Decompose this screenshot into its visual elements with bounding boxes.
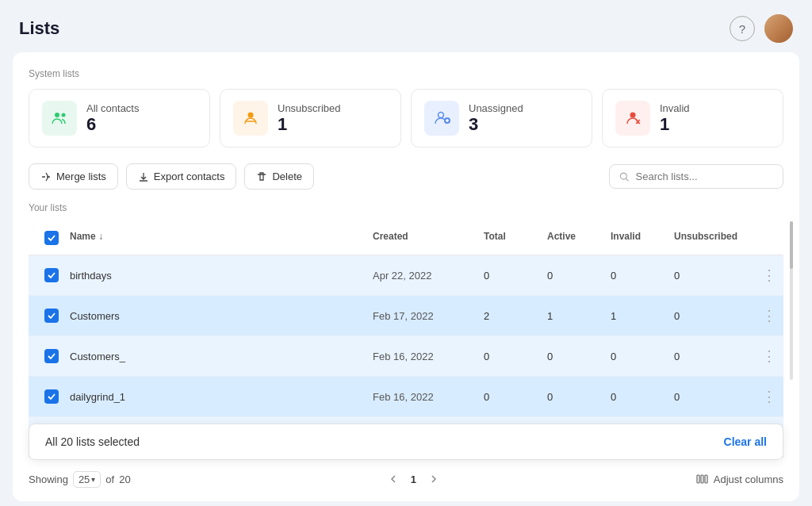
table-row: Customers_ Feb 16, 2022 0 0 0 0 ⋮: [29, 336, 783, 377]
search-container: [609, 164, 783, 189]
row-actions-button[interactable]: ⋮: [755, 299, 783, 332]
invalid-icon: [615, 101, 650, 136]
page-title: Lists: [19, 18, 59, 39]
per-page-select[interactable]: 25 ▾: [73, 471, 101, 488]
card-unassigned[interactable]: Unassigned 3: [411, 89, 592, 148]
row-created: Feb 16, 2022: [366, 383, 477, 411]
row-invalid: 1: [604, 302, 668, 330]
table-header: Name ↓ Created Total Active Invalid Unsu…: [29, 221, 783, 255]
unassigned-info: Unassigned 3: [469, 102, 523, 135]
prev-page-button[interactable]: [382, 468, 404, 490]
per-page-value: 25: [79, 473, 90, 485]
row-total: 0: [477, 262, 541, 289]
check-icon: [47, 392, 56, 401]
row-name: Customers_: [63, 343, 366, 370]
all-contacts-count: 6: [86, 114, 139, 135]
unsubscribed-icon: [233, 101, 268, 136]
check-icon: [47, 270, 56, 280]
svg-point-11: [620, 173, 626, 179]
system-lists-label: System lists: [29, 68, 783, 79]
table-footer: Showing 25 ▾ of 20 1: [29, 468, 783, 490]
search-icon: [619, 171, 630, 182]
current-page: 1: [411, 473, 416, 485]
svg-point-1: [62, 113, 66, 117]
selection-banner: All 20 lists selected Clear all: [29, 424, 783, 460]
delete-button[interactable]: Delete: [244, 163, 314, 190]
row-checkbox-cell[interactable]: [29, 260, 63, 290]
row-actions-button[interactable]: ⋮: [755, 339, 783, 373]
lists-table: Name ↓ Created Total Active Invalid Unsu…: [29, 221, 783, 458]
row-checkbox-cell[interactable]: [29, 381, 63, 412]
scrollbar-thumb[interactable]: [790, 221, 793, 269]
row-name: Customers: [63, 302, 366, 330]
row-name: dailygrind_1: [63, 383, 366, 411]
invalid-count: 1: [660, 114, 690, 135]
row-invalid: 0: [604, 343, 668, 370]
unsubscribed-label: Unsubscribed: [278, 102, 341, 114]
check-icon: [47, 351, 56, 361]
main-content: System lists All contacts 6: [13, 52, 799, 501]
chevron-down-icon: ▾: [91, 475, 95, 484]
check-icon: [47, 311, 56, 320]
all-contacts-icon: [42, 101, 77, 136]
row-checkbox-cell[interactable]: [29, 341, 63, 371]
row-actions-button[interactable]: ⋮: [755, 380, 783, 413]
select-all-header[interactable]: [29, 228, 63, 248]
clear-all-button[interactable]: Clear all: [724, 435, 767, 448]
row-checkbox-cell[interactable]: [29, 301, 63, 331]
svg-rect-14: [701, 475, 703, 483]
total-count: 20: [119, 473, 130, 485]
merge-icon: [40, 171, 52, 182]
row-active: 0: [541, 383, 604, 411]
search-input[interactable]: [636, 171, 773, 182]
row-checkbox[interactable]: [44, 309, 59, 323]
invalid-info: Invalid 1: [660, 102, 690, 135]
row-created: Apr 22, 2022: [366, 262, 477, 289]
row-unsubscribed: 0: [668, 302, 755, 330]
table-row: Customers Feb 17, 2022 2 1 1 0 ⋮: [29, 296, 783, 336]
row-active: 1: [541, 302, 604, 330]
your-lists-label: Your lists: [29, 202, 783, 213]
row-total: 2: [477, 302, 541, 330]
card-invalid[interactable]: Invalid 1: [602, 89, 783, 148]
delete-icon: [256, 171, 267, 182]
row-checkbox[interactable]: [44, 349, 59, 363]
adjust-columns-label: Adjust columns: [714, 473, 783, 485]
row-invalid: 0: [604, 383, 668, 411]
help-icon[interactable]: ?: [730, 16, 755, 41]
unassigned-icon: [424, 101, 459, 136]
card-all-contacts[interactable]: All contacts 6: [29, 89, 210, 148]
export-contacts-label: Export contacts: [154, 171, 225, 182]
svg-rect-13: [697, 475, 699, 483]
merge-lists-label: Merge lists: [56, 171, 106, 182]
row-checkbox[interactable]: [44, 268, 59, 282]
unsubscribed-info: Unsubscribed 1: [278, 102, 341, 135]
all-contacts-info: All contacts 6: [86, 102, 139, 135]
header-actions: ?: [730, 14, 793, 43]
row-unsubscribed: 0: [668, 383, 755, 411]
chevron-right-icon: [429, 474, 439, 484]
table-row: dailygrind_1 Feb 16, 2022 0 0 0 0 ⋮: [29, 377, 783, 417]
svg-point-8: [630, 113, 636, 118]
card-unsubscribed[interactable]: Unsubscribed 1: [220, 89, 401, 148]
row-unsubscribed: 0: [668, 262, 755, 289]
merge-lists-button[interactable]: Merge lists: [29, 163, 118, 190]
name-column-header[interactable]: Name ↓: [63, 228, 366, 248]
export-icon: [138, 171, 149, 182]
next-page-button[interactable]: [423, 468, 445, 490]
row-created: Feb 17, 2022: [366, 302, 477, 330]
table-scrollbar[interactable]: [790, 221, 793, 380]
row-checkbox[interactable]: [44, 389, 59, 404]
export-contacts-button[interactable]: Export contacts: [126, 163, 237, 190]
system-lists-cards: All contacts 6 Unsubscribed 1: [29, 89, 783, 148]
row-active: 0: [541, 262, 604, 289]
select-all-checkbox[interactable]: [44, 231, 59, 245]
avatar[interactable]: [764, 14, 793, 43]
toolbar: Merge lists Export contacts Delete: [29, 163, 783, 190]
row-total: 0: [477, 343, 541, 370]
row-active: 0: [541, 343, 604, 370]
unsubscribed-count: 1: [278, 114, 341, 135]
adjust-columns-button[interactable]: Adjust columns: [696, 473, 783, 485]
row-actions-button[interactable]: ⋮: [755, 259, 783, 292]
table-row: birthdays Apr 22, 2022 0 0 0 0 ⋮: [29, 255, 783, 296]
